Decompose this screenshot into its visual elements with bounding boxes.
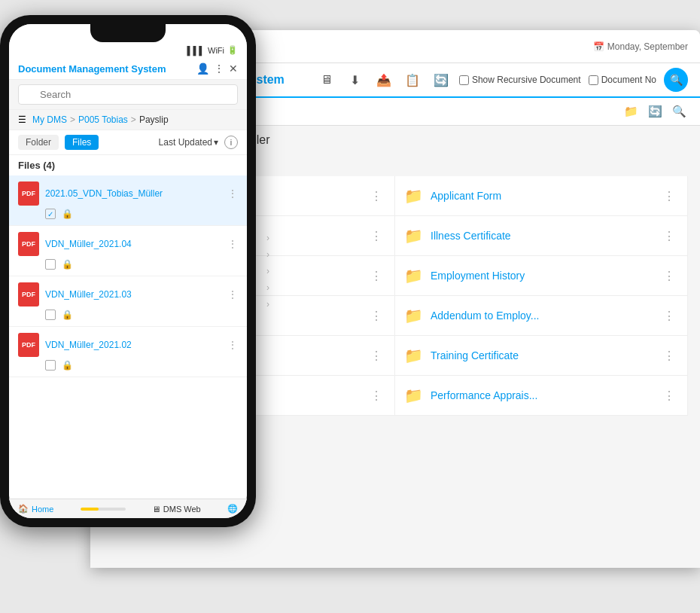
- wifi-icon: WiFi: [208, 46, 224, 55]
- phone-file-item-4[interactable]: PDF VDN_Müller_2021.02 ⋮ 🔒: [9, 327, 247, 377]
- expand-arrow[interactable]: ›: [266, 249, 269, 260]
- phone-sort-dropdown[interactable]: Last Updated ▾: [159, 137, 218, 148]
- folder-item[interactable]: 📁 Illness Certificate ⋮: [395, 216, 688, 256]
- document-no-checkbox[interactable]: [589, 75, 598, 85]
- phone-breadcrumb-sep1: >: [70, 114, 75, 125]
- expand-arrow[interactable]: ›: [266, 266, 269, 276]
- folder-name: Training Certificate: [431, 349, 653, 361]
- folder-add-icon[interactable]: 📁: [622, 102, 640, 120]
- download-icon[interactable]: ⬇: [345, 69, 366, 90]
- phone-lock-icon-1: 🔒: [62, 209, 73, 219]
- phone-file-meta: 🔒: [18, 259, 238, 270]
- phone-file-meta: 🔒: [18, 310, 238, 320]
- folder-context-menu[interactable]: ⋮: [660, 267, 678, 285]
- phone-notch: [90, 24, 166, 42]
- pdf-icon: PDF: [18, 181, 39, 206]
- phone-search-wrap: 🔍: [18, 84, 238, 105]
- phone-more-icon[interactable]: ⋮: [214, 63, 224, 75]
- phone-breadcrumb: ☰ My DMS > P005 Tobias > Payslip: [9, 110, 247, 130]
- phone-file-name: 2021.05_VDN_Tobias_Müller: [45, 188, 221, 199]
- phone-file-checkbox-4[interactable]: [45, 360, 56, 371]
- search-sub-icon[interactable]: 🔍: [670, 102, 688, 120]
- search-button[interactable]: 🔍: [664, 68, 688, 92]
- phone-file-menu[interactable]: ⋮: [227, 288, 238, 300]
- folder-item[interactable]: 📁 Performance Apprais... ⋮: [395, 376, 688, 416]
- toolbar-icons: 🖥 ⬇ 📤 📋 🔄 Show Recursive Document Docume…: [316, 68, 688, 92]
- phone-files-header: Files (4): [9, 155, 247, 175]
- phone-hamburger-icon[interactable]: ☰: [18, 114, 26, 125]
- expand-arrow[interactable]: ›: [266, 233, 269, 243]
- folder-icon: 📁: [404, 267, 423, 285]
- refresh-icon[interactable]: 🔄: [431, 69, 452, 90]
- phone-file-menu[interactable]: ⋮: [227, 188, 238, 200]
- phone-expand-arrows: › › › › ›: [266, 233, 269, 310]
- phone-search-input[interactable]: [18, 84, 238, 105]
- show-recursive-checkbox-label[interactable]: Show Recursive Document: [459, 75, 581, 85]
- phone-file-item-2[interactable]: PDF VDN_Müller_2021.04 ⋮ 🔒: [9, 226, 247, 276]
- folder-item[interactable]: 📁 Addendum to Employ... ⋮: [395, 296, 688, 336]
- phone-header-icons: 👤 ⋮ ✕: [196, 63, 238, 75]
- phone-tab-folder[interactable]: Folder: [18, 135, 59, 150]
- folder-context-menu[interactable]: ⋮: [367, 387, 385, 404]
- folder-context-menu[interactable]: ⋮: [367, 227, 385, 245]
- expand-arrow[interactable]: ›: [266, 282, 269, 293]
- document-no-label: Document No: [601, 75, 656, 85]
- show-recursive-checkbox[interactable]: [459, 75, 469, 85]
- folder-icon: 📁: [404, 187, 423, 205]
- phone-info-button[interactable]: i: [224, 136, 238, 149]
- phone-header: Document Management System 👤 ⋮ ✕: [9, 58, 247, 80]
- phone-lock-icon-4: 🔒: [62, 360, 73, 371]
- phone-file-checkbox-1[interactable]: ✓: [45, 209, 56, 219]
- phone-tabs: Folder Files Last Updated ▾ i: [9, 130, 247, 155]
- show-recursive-label: Show Recursive Document: [472, 75, 581, 85]
- folder-icon: 📁: [404, 346, 423, 364]
- folder-item[interactable]: 📁 Training Certificate ⋮: [395, 336, 688, 376]
- expand-arrow[interactable]: ›: [266, 299, 269, 310]
- share-icon[interactable]: 📋: [402, 69, 423, 90]
- phone-dms-web-label: DMS Web: [163, 505, 201, 514]
- folder-item[interactable]: 📁 Applicant Form ⋮: [395, 176, 688, 216]
- folder-context-menu[interactable]: ⋮: [367, 347, 385, 364]
- phone-search-bar: 🔍: [9, 80, 247, 110]
- folder-name: Addendum to Employ...: [431, 310, 653, 322]
- phone-file-menu[interactable]: ⋮: [227, 238, 238, 250]
- sub-header-right: 📁 🔄 🔍: [622, 102, 688, 120]
- phone-file-checkbox-2[interactable]: [45, 259, 56, 270]
- upload-icon[interactable]: 📤: [373, 69, 394, 90]
- folder-context-menu[interactable]: ⋮: [660, 347, 678, 364]
- folder-context-menu[interactable]: ⋮: [660, 307, 678, 325]
- monitor-icon[interactable]: 🖥: [316, 69, 337, 90]
- folder-context-menu[interactable]: ⋮: [367, 307, 385, 325]
- phone-progress-bar: [81, 508, 126, 511]
- folder-item[interactable]: 📁 Employment History ⋮: [395, 256, 688, 296]
- phone-outer: ▌▌▌ WiFi 🔋 Document Management System 👤 …: [0, 15, 256, 527]
- pdf-icon: PDF: [18, 333, 39, 357]
- phone-progress-fill: [81, 508, 99, 511]
- folder-context-menu[interactable]: ⋮: [660, 227, 678, 245]
- battery-icon: 🔋: [227, 45, 238, 55]
- phone-file-item-3[interactable]: PDF VDN_Müller_2021.03 ⋮ 🔒: [9, 276, 247, 327]
- folder-icon: 📁: [404, 227, 423, 245]
- phone-close-icon[interactable]: ✕: [229, 63, 238, 75]
- phone-tab-files[interactable]: Files: [65, 135, 99, 150]
- phone-breadcrumb-root[interactable]: My DMS: [32, 114, 67, 125]
- phone-bottom-home[interactable]: 🏠 Home: [18, 504, 53, 514]
- folder-context-menu[interactable]: ⋮: [367, 188, 385, 205]
- phone-file-checkbox-3[interactable]: [45, 310, 56, 320]
- phone-wrapper: ▌▌▌ WiFi 🔋 Document Management System 👤 …: [0, 15, 271, 542]
- phone-app-title: Document Management System: [18, 63, 166, 75]
- phone-file-row: PDF VDN_Müller_2021.04 ⋮: [18, 232, 238, 256]
- folder-icon: 📁: [404, 386, 423, 404]
- refresh-sub-icon[interactable]: 🔄: [646, 102, 664, 120]
- phone-file-meta: 🔒: [18, 360, 238, 371]
- folder-context-menu[interactable]: ⋮: [660, 188, 678, 205]
- phone-file-row: PDF VDN_Müller_2021.03 ⋮: [18, 282, 238, 306]
- phone-file-item-1[interactable]: PDF 2021.05_VDN_Tobias_Müller ⋮ ✓ 🔒: [9, 175, 247, 226]
- phone-breadcrumb-p005[interactable]: P005 Tobias: [78, 114, 128, 125]
- phone-bottom-dms-web[interactable]: 🖥 DMS Web: [152, 505, 201, 514]
- folder-context-menu[interactable]: ⋮: [660, 387, 678, 404]
- phone-file-name: VDN_Müller_2021.02: [45, 340, 221, 350]
- folder-context-menu[interactable]: ⋮: [367, 267, 385, 285]
- phone-file-menu[interactable]: ⋮: [227, 339, 238, 351]
- document-no-checkbox-label[interactable]: Document No: [589, 75, 656, 85]
